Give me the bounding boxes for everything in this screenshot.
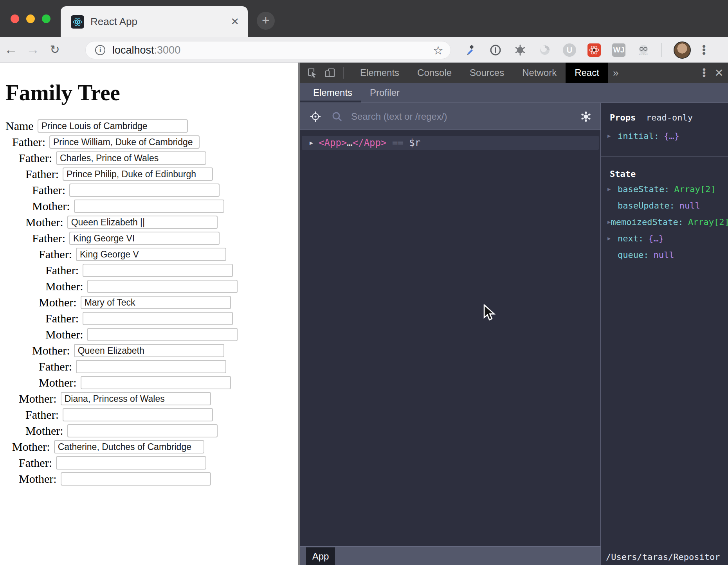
prop-key: next:	[618, 234, 643, 243]
person-input[interactable]	[83, 312, 233, 325]
person-input[interactable]	[83, 264, 233, 277]
tab-title: React App	[90, 16, 231, 28]
devtools-tab-sources[interactable]: Sources	[461, 63, 513, 83]
breadcrumb-app[interactable]: App	[306, 547, 335, 565]
component-tree-row-app[interactable]: ▶ <App>…</App> == $r	[302, 136, 599, 150]
subtab-profiler[interactable]: Profiler	[370, 83, 400, 103]
person-input[interactable]	[61, 392, 211, 405]
u-extension-icon[interactable]: U	[563, 43, 576, 57]
person-input[interactable]	[69, 232, 220, 245]
expand-triangle-icon[interactable]: ▶	[607, 133, 618, 139]
open-tag: <App>	[319, 137, 347, 148]
dollar-r: $r	[409, 137, 420, 148]
person-input[interactable]	[76, 248, 226, 261]
tab-close-icon[interactable]: ✕	[231, 16, 239, 28]
person-input[interactable]	[38, 119, 188, 133]
window-zoom-button[interactable]	[42, 14, 50, 23]
person-input[interactable]	[87, 280, 238, 293]
inspect-element-icon[interactable]	[307, 68, 317, 78]
subtab-elements[interactable]: Elements	[313, 83, 352, 103]
person-label: Father:	[39, 248, 72, 261]
person-input[interactable]	[49, 135, 200, 149]
prop-row-next[interactable]: ▶next:{…}	[601, 230, 728, 247]
address-bar[interactable]: i localhost :3000 ☆	[85, 41, 451, 59]
expand-triangle-icon[interactable]: ▶	[607, 219, 611, 225]
person-input[interactable]	[67, 424, 218, 437]
person-input[interactable]	[69, 184, 220, 197]
reload-button[interactable]: ↻	[44, 43, 66, 56]
person-label: Mother:	[32, 344, 70, 357]
tree-row: Father:	[19, 151, 298, 165]
tree-row: Father:	[19, 456, 298, 470]
prop-row-queue[interactable]: ▶queue:null	[601, 247, 728, 263]
person-input[interactable]	[74, 200, 224, 213]
person-label: Father:	[45, 312, 79, 325]
component-code: <App>…</App> == $r	[319, 137, 420, 148]
devtools-tab-console[interactable]: Console	[408, 63, 461, 83]
tree-row: Mother:	[19, 392, 298, 405]
prop-row-baseUpdate[interactable]: ▶baseUpdate:null	[601, 197, 728, 214]
prop-key: baseUpdate:	[618, 201, 675, 211]
breadcrumb-footer: App	[300, 546, 600, 565]
prop-row-baseState[interactable]: ▶baseState:Array[2]	[601, 181, 728, 197]
person-input[interactable]	[67, 216, 218, 229]
person-input[interactable]	[74, 344, 224, 357]
person-label: Mother:	[19, 472, 57, 486]
prop-key: baseState:	[618, 184, 669, 194]
react-devtools-extension-icon[interactable]	[587, 43, 601, 57]
devtools-tab-react[interactable]: React	[566, 63, 608, 83]
tree-row: Father:	[25, 167, 298, 181]
browser-menu-icon[interactable]: •••	[702, 45, 706, 55]
back-button[interactable]: ←	[0, 42, 22, 57]
select-element-target-icon[interactable]	[310, 111, 321, 122]
search-input[interactable]	[351, 111, 573, 122]
new-tab-button[interactable]: +	[257, 12, 275, 30]
tree-row: Father:	[45, 264, 298, 277]
source-path[interactable]: /Users/taras/Repositories/microstates-us…	[606, 551, 728, 565]
device-toolbar-icon[interactable]	[324, 67, 335, 78]
more-tabs-icon[interactable]: »	[608, 67, 623, 79]
tree-row: Father:	[25, 408, 298, 421]
tree-row: Father:	[39, 248, 298, 261]
expand-triangle-icon[interactable]: ▶	[607, 235, 618, 241]
wj-extension-icon[interactable]: WJ	[612, 43, 625, 57]
devtools-close-icon[interactable]: ✕	[710, 67, 728, 79]
person-input[interactable]	[63, 167, 213, 181]
window-minimize-button[interactable]	[26, 14, 35, 23]
person-input[interactable]	[54, 440, 204, 453]
person-input[interactable]	[81, 376, 231, 389]
swirl-extension-icon[interactable]	[538, 43, 551, 57]
devtools-menu-icon[interactable]: •••	[698, 68, 710, 77]
window-close-button[interactable]	[11, 14, 19, 23]
family-tree-form: NameFather:Father:Father:Father:Mother:M…	[5, 119, 298, 486]
close-tag: </App>	[353, 137, 387, 148]
prop-row-memoizedState[interactable]: ▶memoizedState:Array[2]	[601, 214, 728, 230]
expand-triangle-icon[interactable]: ▶	[607, 186, 618, 192]
page-info-icon[interactable]: i	[95, 45, 105, 55]
person-input[interactable]	[76, 360, 226, 373]
section-divider	[601, 156, 728, 157]
settings-gear-icon[interactable]	[580, 111, 592, 122]
person-label: Father:	[32, 184, 65, 197]
prop-row-initial[interactable]: ▶initial:{…}	[601, 128, 728, 144]
person-input[interactable]	[81, 296, 231, 309]
eyedropper-extension-icon[interactable]	[464, 43, 478, 57]
devtools-tab-elements[interactable]: Elements	[351, 63, 408, 83]
ellipsis: …	[347, 137, 352, 148]
person-input[interactable]	[61, 472, 211, 486]
person-input[interactable]	[63, 408, 213, 421]
devtools-tab-network[interactable]: Network	[513, 63, 566, 83]
onepassword-extension-icon[interactable]	[489, 43, 502, 57]
profile-avatar[interactable]	[674, 41, 691, 59]
browser-tab[interactable]: React App ✕	[61, 6, 248, 37]
bookmark-star-icon[interactable]: ☆	[433, 43, 443, 57]
person-input[interactable]	[56, 456, 206, 470]
react-search-bar	[300, 103, 600, 130]
person-input[interactable]	[87, 328, 238, 341]
url-port: :3000	[154, 44, 181, 56]
ember-inspector-extension-icon[interactable]: ember	[637, 43, 650, 57]
person-input[interactable]	[56, 151, 206, 165]
expand-triangle-icon[interactable]: ▶	[310, 139, 313, 146]
gear-extension-icon[interactable]	[514, 43, 527, 57]
forward-button[interactable]: →	[22, 42, 44, 57]
